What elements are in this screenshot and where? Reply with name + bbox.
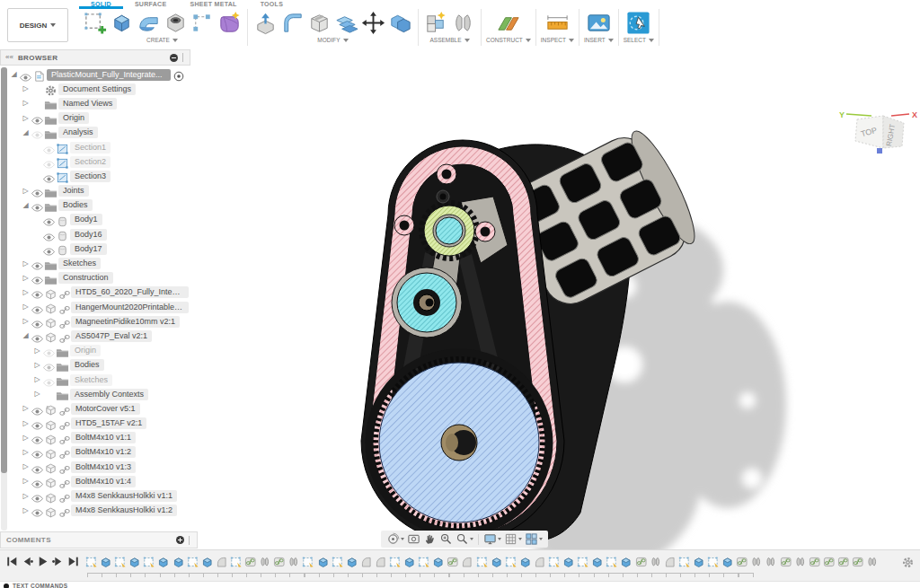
timeline-feature-joint-icon[interactable]	[765, 555, 777, 567]
browser-row-label[interactable]: Bodies	[70, 359, 104, 371]
text-commands-label[interactable]: TEXT COMMANDS	[13, 584, 67, 588]
offset-face-icon[interactable]	[333, 10, 359, 36]
browser-row-label[interactable]: Bodies	[58, 199, 93, 211]
timeline-feature-sketch-icon[interactable]	[114, 555, 127, 567]
browser-row-boltm4x10-v1-2[interactable]: ▷BoltM4x10 v1:2	[9, 445, 189, 460]
browser-row-document-settings[interactable]: ▷Document Settings	[9, 82, 189, 96]
browser-row-label[interactable]: Named Views	[58, 98, 117, 110]
browser-row-label[interactable]: HTD5_60_2020_Fully_Integra...	[71, 286, 189, 298]
browser-row-label[interactable]: Construction	[58, 272, 113, 284]
timeline-feature-extrude-icon[interactable]	[693, 555, 705, 567]
revolve-icon[interactable]	[136, 10, 162, 36]
tab-tools[interactable]: TOOLS	[249, 0, 295, 9]
browser-row-label[interactable]: Origin	[70, 345, 101, 356]
timeline-feature-extrude-icon[interactable]	[620, 555, 632, 567]
browser-row-boltm4x10-v1-3[interactable]: ▷BoltM4x10 v1:3	[9, 460, 189, 474]
browser-row-label[interactable]: Joints	[58, 185, 89, 197]
browser-row-htd5-60-2020-fully-integra[interactable]: ▷HTD5_60_2020_Fully_Integra...	[9, 285, 189, 300]
timeline-feature-extrude-icon[interactable]	[201, 555, 214, 567]
zoom-tool[interactable]	[439, 532, 453, 546]
visibility-eye-icon[interactable]	[31, 127, 44, 137]
visibility-eye-icon[interactable]	[31, 404, 44, 414]
expand-expanded-icon[interactable]: ◢	[21, 331, 31, 340]
toolbar-group-label[interactable]: INSERT	[584, 37, 614, 43]
browser-row-bodies[interactable]: ◢Bodies	[9, 198, 189, 213]
visibility-eye-icon[interactable]	[31, 477, 44, 487]
browser-row-label[interactable]: MagneetinPidike10mm v2:1	[71, 316, 180, 328]
browser-row-label[interactable]: Origin	[58, 112, 89, 124]
timeline-feature-fillet-icon[interactable]	[216, 555, 228, 567]
timeline-feature-link-icon[interactable]	[447, 555, 459, 567]
browser-row-origin[interactable]: ▷Origin	[9, 344, 189, 358]
visibility-eye-icon[interactable]	[42, 346, 56, 355]
move-icon[interactable]	[360, 10, 386, 36]
expand-expanded-icon[interactable]: ◢	[21, 201, 31, 210]
hole-icon[interactable]	[163, 10, 189, 36]
fit-tool[interactable]	[456, 532, 473, 546]
timeline-feature-joint-icon[interactable]	[866, 555, 879, 567]
toolbar-group-label[interactable]: SELECT	[624, 37, 654, 43]
browser-row-m4x8-senkkausholkki-v1-1[interactable]: ▷M4x8 SenkkausHolkki v1:1	[9, 488, 189, 503]
workspace-switcher[interactable]: DESIGN	[7, 8, 68, 42]
browser-row-body17[interactable]: Body17	[9, 241, 189, 256]
display-settings-tool[interactable]	[483, 532, 501, 546]
timeline-feature-sketch-icon[interactable]	[707, 555, 720, 567]
browser-row-label[interactable]: BoltM4x10 v1:3	[71, 461, 136, 473]
browser-row-label[interactable]: Sketches	[58, 258, 101, 269]
visibility-eye-icon[interactable]	[31, 186, 44, 196]
joint-icon[interactable]	[450, 10, 476, 36]
expand-collapsed-icon[interactable]: ▷	[21, 462, 31, 471]
pan-tool[interactable]	[423, 532, 437, 546]
timeline-feature-extrude-icon[interactable]	[346, 555, 358, 567]
timeline-feature-sketch-icon[interactable]	[389, 555, 402, 567]
browser-row-bodies[interactable]: ▷Bodies	[9, 358, 189, 373]
view-cube[interactable]: Y X TOP RIGHT	[836, 96, 920, 168]
timeline-feature-joint-icon[interactable]	[288, 555, 300, 567]
visibility-eye-icon[interactable]	[31, 317, 44, 327]
select-icon[interactable]	[625, 10, 651, 36]
timeline-feature-extrude-icon[interactable]	[317, 555, 330, 567]
visibility-eye-icon[interactable]	[31, 287, 44, 297]
timeline-feature-sketch-icon[interactable]	[143, 555, 155, 567]
visibility-eye-icon[interactable]	[42, 375, 56, 385]
visibility-eye-icon[interactable]	[31, 259, 44, 268]
timeline-feature-sketch-icon[interactable]	[332, 555, 344, 567]
browser-row-label[interactable]: M4x8 SenkkausHolkki v1:1	[71, 490, 177, 502]
browser-row-label[interactable]: Section3	[70, 171, 111, 182]
browser-row-m4x8-senkkausholkki-v1-2[interactable]: ▷M4x8 SenkkausHolkki v1:2	[9, 504, 189, 518]
timeline-feature-link-icon[interactable]	[809, 555, 821, 567]
panel-options-icon[interactable]	[170, 54, 178, 62]
timeline-feature-extrude-icon[interactable]	[157, 555, 170, 567]
expand-expanded-icon[interactable]: ◢	[21, 128, 31, 137]
browser-row-label[interactable]: Section1	[70, 142, 111, 154]
browser-row-body16[interactable]: Body16	[9, 227, 189, 241]
browser-row-label[interactable]: Body17	[70, 243, 107, 255]
timeline-feature-sketch-icon[interactable]	[577, 555, 589, 567]
visibility-eye-icon[interactable]	[31, 433, 44, 443]
expand-collapsed-icon[interactable]: ▷	[21, 477, 31, 486]
browser-row-label[interactable]: BoltM4x10 v1:4	[71, 476, 136, 487]
grid-and-snaps-icon[interactable]	[504, 532, 518, 546]
browser-row-label[interactable]: PlasticMount_Fully_Integrate...	[47, 69, 171, 81]
timeline-feature-fillet-icon[interactable]	[461, 555, 473, 567]
visibility-eye-icon[interactable]	[19, 70, 32, 80]
timeline-feature-link-icon[interactable]	[837, 555, 850, 567]
orbit-tool[interactable]	[386, 532, 404, 546]
browser-row-label[interactable]: Assembly Contexts	[70, 389, 148, 400]
timeline-feature-extrude-icon[interactable]	[721, 555, 734, 567]
browser-row-section3[interactable]: Section3	[9, 169, 189, 183]
timeline-settings-gear-icon[interactable]	[902, 556, 914, 567]
expand-collapsed-icon[interactable]: ▷	[21, 84, 31, 93]
insert-image-icon[interactable]	[586, 10, 612, 36]
pulley-body[interactable]	[369, 353, 549, 532]
combine-icon[interactable]	[387, 10, 413, 36]
timeline-feature-fillet-icon[interactable]	[360, 555, 373, 567]
display-settings-icon[interactable]	[483, 532, 497, 546]
timeline-feature-sketch-icon[interactable]	[606, 555, 618, 567]
timeline-feature-extrude-icon[interactable]	[128, 555, 141, 567]
pan-icon[interactable]	[423, 532, 437, 546]
browser-row-motorcover-v5-1[interactable]: ▷MotorCover v5:1	[9, 401, 189, 416]
browser-row-boltm4x10-v1-4[interactable]: ▷BoltM4x10 v1:4	[9, 474, 189, 488]
go-to-end-button[interactable]	[66, 555, 80, 568]
timeline-feature-joint-icon[interactable]	[259, 555, 271, 567]
